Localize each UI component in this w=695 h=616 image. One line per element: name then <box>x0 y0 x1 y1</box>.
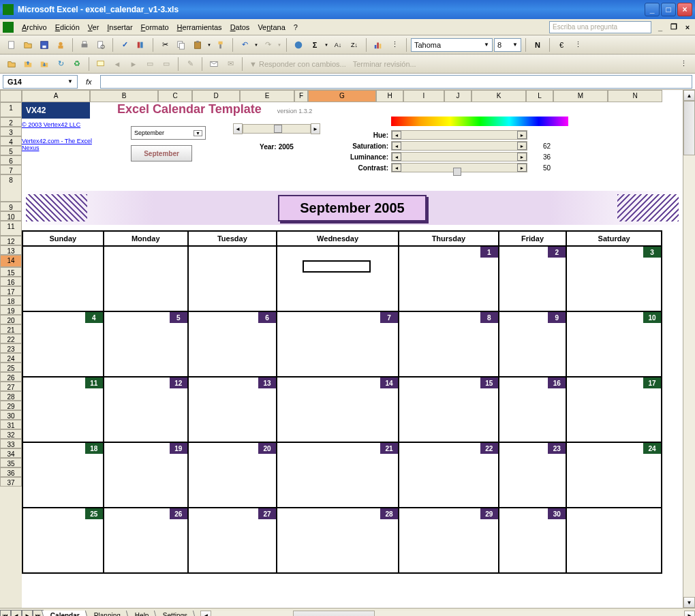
col-header-G[interactable]: G <box>308 90 376 102</box>
col-header-B[interactable]: B <box>90 90 158 102</box>
col-header-E[interactable]: E <box>240 90 294 102</box>
scroll-left-button[interactable]: ◄ <box>200 611 211 617</box>
tab-settings[interactable]: Settings <box>154 611 196 617</box>
menu-help[interactable]: ? <box>290 22 302 33</box>
maximize-button[interactable]: □ <box>661 3 676 16</box>
name-box[interactable]: G14▼ <box>3 75 78 89</box>
col-header-A[interactable]: A <box>22 90 90 102</box>
worksheet[interactable]: VX42 © 2003 Vertex42 LLC Vertex42.com - … <box>22 102 683 574</box>
row-header-1[interactable]: 1 <box>0 102 22 117</box>
row-header-36[interactable]: 36 <box>0 467 22 477</box>
scroll-thumb[interactable] <box>683 101 695 155</box>
calendar-cell[interactable]: 5 <box>104 311 188 377</box>
row-header-26[interactable]: 26 <box>0 372 22 382</box>
calendar-cell[interactable]: 8 <box>399 311 499 377</box>
tab-prev-button[interactable]: ◄ <box>11 610 22 617</box>
calendar-cell[interactable]: 9 <box>499 311 567 377</box>
menu-formato[interactable]: Formato <box>137 22 173 33</box>
calendar-cell[interactable]: 20 <box>188 442 277 508</box>
calendar-cell[interactable]: 26 <box>104 508 188 573</box>
save-icon[interactable] <box>37 37 52 52</box>
calendar-cell[interactable]: 1 <box>399 246 499 311</box>
row-header-35[interactable]: 35 <box>0 458 22 467</box>
hscroll-thumb[interactable] <box>293 611 375 617</box>
row-header-24[interactable]: 24 <box>0 353 22 363</box>
font-size-select[interactable]: 8▼ <box>494 38 521 52</box>
col-header-J[interactable]: J <box>444 90 472 102</box>
row-header-16[interactable]: 16 <box>0 277 22 286</box>
open-icon[interactable] <box>20 37 35 52</box>
folder-down-icon[interactable] <box>37 57 52 72</box>
row-header-10[interactable]: 10 <box>0 211 22 221</box>
row-header-13[interactable]: 13 <box>0 245 22 255</box>
comment-next-icon[interactable]: ► <box>126 57 141 72</box>
calendar-cell[interactable] <box>22 246 104 311</box>
col-header-H[interactable]: H <box>376 90 403 102</box>
row-header-34[interactable]: 34 <box>0 448 22 458</box>
row-header-27[interactable]: 27 <box>0 382 22 391</box>
hue-slider[interactable]: ◄► <box>391 130 527 140</box>
menu-datos[interactable]: Datos <box>226 22 254 33</box>
permission-icon[interactable] <box>53 37 68 52</box>
calendar-cell[interactable] <box>104 246 188 311</box>
row-header-31[interactable]: 31 <box>0 420 22 429</box>
horizontal-scrollbar[interactable]: ◄ ► <box>200 611 695 617</box>
formula-bar[interactable] <box>100 75 692 89</box>
hyperlink-icon[interactable] <box>291 37 306 52</box>
copy-icon[interactable] <box>174 37 189 52</box>
month-button[interactable]: September <box>131 145 192 161</box>
print-icon[interactable] <box>77 37 92 52</box>
calendar-cell[interactable]: 21 <box>277 442 399 508</box>
undo-dropdown-icon[interactable]: ▼ <box>253 37 259 52</box>
month-select[interactable]: September▼ <box>131 126 206 140</box>
row-header-5[interactable]: 5 <box>0 146 22 155</box>
row-header-21[interactable]: 21 <box>0 324 22 334</box>
calendar-cell[interactable]: 6 <box>188 311 277 377</box>
tab-next-button[interactable]: ► <box>22 610 33 617</box>
folder-up-icon[interactable] <box>20 57 35 72</box>
close-button[interactable]: × <box>677 3 692 16</box>
scroll-up-button[interactable]: ▲ <box>683 90 695 101</box>
copyright-link[interactable]: © 2003 Vertex42 LLC <box>22 121 104 128</box>
toolbar-more-icon[interactable]: ⋮ <box>570 37 585 52</box>
row-header-20[interactable]: 20 <box>0 315 22 324</box>
col-header-M[interactable]: M <box>553 90 608 102</box>
send-review-icon[interactable]: ✉ <box>223 57 238 72</box>
row-header-2[interactable]: 2 <box>0 117 22 127</box>
col-header-F[interactable]: F <box>294 90 308 102</box>
row-header-4[interactable]: 4 <box>0 136 22 146</box>
row-header-23[interactable]: 23 <box>0 343 22 353</box>
menu-ver[interactable]: Ver <box>84 22 104 33</box>
row-header-9[interactable]: 9 <box>0 202 22 211</box>
contrast-slider[interactable]: ◄► <box>391 163 527 172</box>
row-header-14[interactable]: 14 <box>0 255 22 267</box>
sort-asc-icon[interactable]: A↓ <box>330 37 345 52</box>
calendar-cell[interactable]: 2 <box>499 246 567 311</box>
menu-edicion[interactable]: Edición <box>51 22 84 33</box>
row-header-37[interactable]: 37 <box>0 477 22 487</box>
new-icon[interactable] <box>4 37 19 52</box>
vertex-link[interactable]: Vertex42.com - The Excel Nexus <box>22 138 104 151</box>
fx-label[interactable]: fx <box>86 78 92 86</box>
comment-show-icon[interactable]: ▭ <box>142 57 157 72</box>
row-header-25[interactable]: 25 <box>0 363 22 372</box>
row-header-8[interactable]: 8 <box>0 174 22 202</box>
send-icon[interactable] <box>206 57 221 72</box>
ink-icon[interactable]: ✎ <box>183 57 198 72</box>
toolbar3-more-icon[interactable]: ⋮ <box>676 57 691 72</box>
calendar-cell[interactable]: 3 <box>566 246 662 311</box>
bold-button[interactable]: N <box>530 37 545 52</box>
selected-cell-G14[interactable] <box>303 260 371 273</box>
calendar-cell[interactable]: 18 <box>22 442 104 508</box>
spelling-icon[interactable]: ✓ <box>117 37 132 52</box>
calendar-cell[interactable]: 16 <box>499 377 567 442</box>
row-header-11[interactable]: 11 <box>0 221 22 236</box>
tab-first-button[interactable]: ⏮ <box>0 610 11 617</box>
row-header-3[interactable]: 3 <box>0 127 22 136</box>
scroll-right-button[interactable]: ► <box>684 611 695 617</box>
calendar-cell[interactable]: 24 <box>566 442 662 508</box>
row-header-12[interactable]: 12 <box>0 236 22 245</box>
row-header-6[interactable]: 6 <box>0 155 22 165</box>
calendar-cell[interactable]: 10 <box>566 311 662 377</box>
calendar-cell[interactable]: 12 <box>104 377 188 442</box>
